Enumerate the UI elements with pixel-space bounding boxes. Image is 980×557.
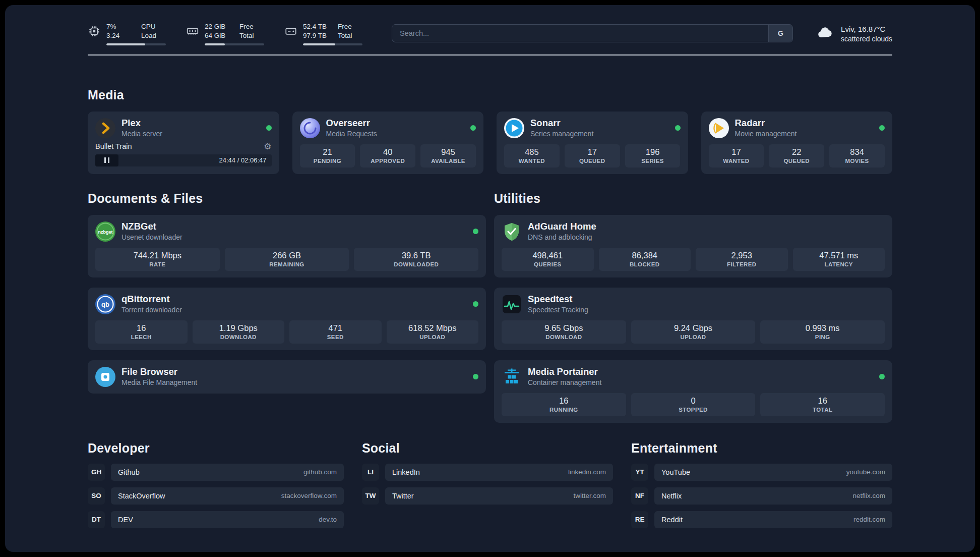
pause-button[interactable] xyxy=(95,154,118,166)
plex-card[interactable]: Plex Media server Bullet Train ⚙ 24:44 /… xyxy=(88,112,279,174)
stat-label: REMAINING xyxy=(269,261,304,267)
filebrowser-card[interactable]: File Browser Media File Management xyxy=(88,360,486,394)
nzbget-icon: nzbget xyxy=(95,221,115,242)
pause-icon xyxy=(104,157,106,163)
speedtest-waveform-icon xyxy=(502,294,522,314)
bookmark-dev[interactable]: DEV dev.to xyxy=(111,511,344,528)
bookmark-url: github.com xyxy=(303,468,337,476)
stat-box: 1.19 GbpsDOWNLOAD xyxy=(193,320,285,344)
radarr-card[interactable]: Radarr Movie management 17WANTED 22QUEUE… xyxy=(701,112,893,174)
ram-usage-bar-fill xyxy=(205,43,225,45)
ram-free-label: Free xyxy=(239,22,254,31)
stat-label: LATENCY xyxy=(825,261,853,267)
section-title-utilities: Utilities xyxy=(494,191,892,206)
stat-value: 945 xyxy=(441,147,455,157)
bookmark-name: Twitter xyxy=(392,492,414,500)
plex-icon xyxy=(95,118,115,138)
stat-box: 266 GBREMAINING xyxy=(225,248,349,271)
stat-label: DOWNLOAD xyxy=(220,334,257,340)
qbittorrent-icon: qb xyxy=(95,294,115,314)
bookmark-row: NF Netflix netflix.com xyxy=(631,487,892,505)
stat-label: DOWNLOADED xyxy=(394,261,439,267)
stat-box: 485WANTED xyxy=(504,144,560,168)
bookmark-name: Netflix xyxy=(661,492,682,500)
stat-box: 17WANTED xyxy=(709,144,764,168)
section-title-entertainment: Entertainment xyxy=(631,441,892,456)
stat-value: 40 xyxy=(383,147,392,157)
filebrowser-icon xyxy=(95,367,115,387)
status-dot xyxy=(473,301,478,307)
stat-box: 471SEED xyxy=(289,320,382,344)
bookmark-reddit[interactable]: Reddit reddit.com xyxy=(654,511,892,528)
portainer-crane-icon xyxy=(502,367,522,387)
radarr-icon xyxy=(709,118,729,138)
bookmark-github[interactable]: Github github.com xyxy=(111,464,344,481)
stat-label: RATE xyxy=(149,261,165,267)
stat-value: 16 xyxy=(818,396,827,406)
service-desc: DNS and adblocking xyxy=(528,233,596,241)
bookmark-name: DEV xyxy=(118,516,133,524)
stat-value: 9.65 Gbps xyxy=(544,323,583,333)
stat-box: 0.993 msPING xyxy=(760,320,885,344)
stat-label: PENDING xyxy=(314,158,341,164)
qbittorrent-card[interactable]: qb qBittorrent Torrent downloader 16LEEC… xyxy=(88,288,486,350)
cpu-load-value: 3.24 xyxy=(106,31,134,40)
portainer-card[interactable]: Media Portainer Container management 16R… xyxy=(494,360,892,423)
stat-value: 17 xyxy=(588,147,597,157)
svg-text:qb: qb xyxy=(101,301,109,308)
bookmark-linkedin[interactable]: LinkedIn linkedin.com xyxy=(385,464,613,481)
bookmark-abbr: LI xyxy=(362,464,379,481)
bookmark-url: youtube.com xyxy=(846,468,885,476)
service-name: Speedtest xyxy=(528,294,588,305)
nzbget-card[interactable]: nzbget NZBGet Usenet downloader 744.21 M… xyxy=(88,215,486,277)
weather-condition: scattered clouds xyxy=(841,35,892,43)
bookmark-abbr: SO xyxy=(88,487,105,505)
bookmark-row: LI LinkedIn linkedin.com xyxy=(362,464,613,481)
bookmark-twitter[interactable]: Twitter twitter.com xyxy=(385,487,613,505)
stat-box: 86,384BLOCKED xyxy=(599,248,691,271)
bookmark-abbr: TW xyxy=(362,487,379,505)
settings-gear-icon[interactable]: ⚙ xyxy=(264,142,271,151)
bookmark-youtube[interactable]: YouTube youtube.com xyxy=(654,464,892,481)
stat-value: 86,384 xyxy=(632,251,657,260)
service-desc: Series management xyxy=(530,130,593,138)
stat-value: 47.571 ms xyxy=(819,251,858,260)
playback-bar: 24:44 / 02:06:47 xyxy=(95,154,272,166)
status-dot xyxy=(266,125,272,131)
stat-box: 16LEECH xyxy=(95,320,188,344)
bookmark-row: TW Twitter twitter.com xyxy=(362,487,613,505)
bookmark-stackoverflow[interactable]: StackOverflow stackoverflow.com xyxy=(111,487,344,505)
svg-text:nzbget: nzbget xyxy=(98,229,113,234)
status-dot xyxy=(675,125,681,131)
section-title-documents: Documents & Files xyxy=(88,191,486,206)
weather-widget: Lviv, 16.87°C scattered clouds xyxy=(816,24,892,44)
stat-value: 22 xyxy=(792,147,801,157)
stat-value: 744.21 Mbps xyxy=(134,251,181,260)
stat-value: 2,953 xyxy=(731,251,752,260)
stat-label: FILTERED xyxy=(727,261,757,267)
service-desc: Media File Management xyxy=(121,378,197,386)
overseerr-card[interactable]: Overseerr Media Requests 21PENDING 40APP… xyxy=(292,112,484,174)
search-bar: G xyxy=(392,24,793,42)
bookmark-url: dev.to xyxy=(319,516,337,523)
service-name: Radarr xyxy=(735,118,797,129)
sonarr-card[interactable]: Sonarr Series management 485WANTED 17QUE… xyxy=(497,112,688,174)
disk-usage-bar xyxy=(303,43,362,45)
bookmark-url: netflix.com xyxy=(852,492,885,499)
search-input[interactable] xyxy=(392,25,768,42)
stat-value: 16 xyxy=(559,396,568,406)
stat-label: QUEUED xyxy=(783,158,810,164)
stat-value: 0.993 ms xyxy=(806,323,840,333)
stat-value: 17 xyxy=(731,147,741,157)
speedtest-card[interactable]: Speedtest Speedtest Tracking 9.65 GbpsDO… xyxy=(494,288,892,350)
bookmark-netflix[interactable]: Netflix netflix.com xyxy=(654,487,892,505)
ram-usage-bar xyxy=(205,43,264,45)
dashboard-root: 7%CPU 3.24Load 22 GiBFree 64 GiBTotal xyxy=(5,5,975,552)
search-engine-button[interactable]: G xyxy=(768,25,792,42)
service-name: AdGuard Home xyxy=(528,221,596,232)
stat-box: 834MOVIES xyxy=(829,144,885,168)
adguard-card[interactable]: AdGuard Home DNS and adblocking 498,461Q… xyxy=(494,215,892,277)
playback-time: 24:44 / 02:06:47 xyxy=(219,156,272,164)
stat-box: 16TOTAL xyxy=(760,393,885,416)
bookmark-url: twitter.com xyxy=(574,492,606,499)
